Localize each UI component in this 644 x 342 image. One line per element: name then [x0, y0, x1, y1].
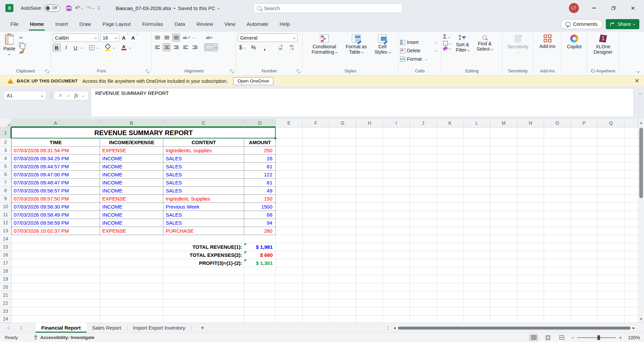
document-title[interactable]: Baocao_07-03-2026.xlsx • Saved to this P… [116, 5, 219, 11]
percent-style-button[interactable]: % [250, 44, 258, 52]
cell-D5[interactable]: 61 [245, 163, 275, 170]
previous-sheet-icon[interactable] [7, 326, 11, 330]
format-painter-icon[interactable] [19, 49, 24, 54]
paste-button[interactable]: Paste [2, 34, 17, 68]
clear-button[interactable] [443, 47, 451, 50]
cell-D9[interactable]: 150 [245, 195, 275, 203]
chevron-down-icon[interactable] [193, 36, 195, 39]
conditional-formatting-button[interactable]: Conditional Formatting [308, 34, 340, 68]
cell-A4[interactable]: 07/03/2026 09:34:25 PM [12, 155, 100, 162]
font-color-button[interactable]: A [120, 44, 128, 52]
select-all-corner[interactable] [0, 119, 11, 127]
row-header-15[interactable]: 15 [0, 243, 11, 251]
ribbon-tab-file[interactable]: File [5, 16, 24, 32]
row-header-4[interactable]: 4 [0, 155, 11, 163]
formula-input[interactable]: REVENUE SUMMARY REPORT [91, 88, 634, 117]
borders-button[interactable] [88, 44, 96, 52]
cell-C17[interactable]: PROFIT(3)=(1)-(2): [163, 259, 244, 267]
cancel-icon[interactable]: ✕ [58, 93, 63, 99]
merge-center-button[interactable]: ↔ [204, 43, 218, 51]
sheet-tab-import-export-inventory[interactable]: Import Export Inventory [127, 323, 191, 333]
col-header-E[interactable]: E [276, 119, 303, 127]
addins-button[interactable]: Add-ins [538, 34, 557, 68]
xlone-designer-button[interactable]: 1 XLOne Designer [589, 34, 618, 68]
col-header-N[interactable]: N [517, 119, 544, 127]
col-header-B[interactable]: B [100, 119, 163, 127]
row-header-9[interactable]: 9 [0, 195, 11, 203]
zoom-slider[interactable] [577, 337, 616, 338]
row-header-13[interactable]: 13 [0, 227, 11, 235]
ribbon-tab-formulas[interactable]: Formulas [137, 16, 169, 32]
row-header-2[interactable]: 2 [0, 138, 11, 147]
row-header-7[interactable]: 7 [0, 179, 11, 187]
delete-cells-button[interactable]: Delete [400, 47, 440, 55]
cut-icon[interactable]: ✂ [19, 36, 26, 40]
decrease-decimal-button[interactable]: .00→0 [287, 44, 295, 52]
cell-C8[interactable]: SALES [164, 187, 244, 194]
cell-C3[interactable]: Ingredients, supplies [164, 147, 244, 154]
cell-B9[interactable]: EXPENSE [100, 195, 163, 203]
decrease-indent-button[interactable] [181, 43, 190, 51]
clipboard-dialog-launcher-icon[interactable] [45, 70, 49, 73]
chevron-down-icon[interactable] [113, 46, 115, 49]
col-header-G[interactable]: G [329, 119, 356, 127]
row-header-6[interactable]: 6 [0, 171, 11, 179]
col-header-K[interactable]: K [437, 119, 464, 127]
cell-C9[interactable]: Ingredient, Supplies [164, 195, 244, 203]
row-header-21[interactable]: 21 [0, 291, 11, 299]
cell-B3[interactable]: EXPENSE [100, 147, 163, 154]
accounting-format-button[interactable]: $ [238, 44, 247, 52]
align-right-button[interactable] [172, 43, 180, 51]
font-name-combo[interactable]: Calibri [53, 34, 99, 42]
open-onedrive-button[interactable]: Open OneDrive [233, 77, 273, 85]
cell-A11[interactable]: 07/03/2026 09:58:49 PM [12, 211, 100, 219]
cell-B8[interactable]: INCOME [100, 187, 163, 194]
cell-B4[interactable]: INCOME [100, 155, 163, 162]
shrink-font-button[interactable]: Aˇ [130, 34, 138, 42]
row-header-19[interactable]: 19 [0, 275, 11, 283]
restore-button[interactable] [604, 0, 623, 16]
ribbon-tab-draw[interactable]: Draw [73, 16, 97, 32]
ribbon-tab-page-layout[interactable]: Page Layout [97, 16, 136, 32]
new-sheet-button[interactable]: + [201, 324, 204, 332]
cell-C16[interactable]: TOTAL EXPENSES(2): [163, 251, 244, 259]
scroll-down-icon[interactable]: ▼ [638, 317, 644, 321]
scroll-right-icon[interactable]: ▶ [633, 326, 635, 330]
vertical-scrollbar[interactable]: ▲ ▼ [638, 119, 644, 323]
grow-font-button[interactable]: Aˆ [120, 34, 128, 42]
cell-B2[interactable]: INCOME/EXPENSE [100, 139, 163, 146]
chevron-down-icon[interactable] [97, 46, 99, 49]
cell-D10[interactable]: 1500 [245, 203, 275, 211]
cell-A7[interactable]: 07/03/2026 09:48:47 PM [12, 179, 100, 186]
cell-C7[interactable]: SALES [164, 179, 244, 186]
ribbon-tab-automate[interactable]: Automate [241, 16, 274, 32]
customize-qat-button[interactable] [97, 7, 100, 10]
copy-icon[interactable] [19, 42, 23, 47]
cell-B5[interactable]: INCOME [100, 163, 163, 170]
font-size-combo[interactable]: 16 [100, 34, 119, 42]
cell-A1[interactable]: REVENUE SUMMARY REPORT [12, 128, 275, 138]
cell-A2[interactable]: TIME [12, 139, 100, 146]
sheet-tab-financial-report[interactable]: Financial Report [36, 323, 87, 333]
font-dialog-launcher-icon[interactable] [146, 70, 149, 73]
row-header-17[interactable]: 17 [0, 259, 11, 267]
col-header-A[interactable]: A [11, 119, 100, 127]
zoom-level[interactable]: 100% [627, 335, 640, 340]
chevron-down-icon[interactable] [129, 46, 131, 49]
message-bar-close-icon[interactable]: ✕ [635, 77, 639, 84]
cell-D7[interactable]: 61 [245, 179, 275, 186]
row-header-12[interactable]: 12 [0, 219, 11, 227]
horizontal-scroll-thumb[interactable] [398, 327, 631, 330]
col-header-H[interactable]: H [356, 119, 383, 127]
col-header-O[interactable]: O [544, 119, 571, 127]
cell-A12[interactable]: 07/03/2026 09:58:59 PM [12, 219, 100, 227]
row-header-10[interactable]: 10 [0, 203, 11, 211]
italic-button[interactable]: I [62, 44, 70, 52]
close-button[interactable]: × [623, 0, 643, 16]
enter-icon[interactable]: ✓ [66, 93, 70, 98]
excel-app-icon[interactable]: X [5, 4, 13, 12]
cell-A13[interactable]: 07/03/2026 10:02:37 PM [12, 227, 100, 235]
cell-C11[interactable]: SALES [164, 211, 244, 219]
wrap-text-button[interactable]: ab↵ [205, 34, 215, 42]
row-header-1[interactable]: 1 [0, 127, 11, 138]
